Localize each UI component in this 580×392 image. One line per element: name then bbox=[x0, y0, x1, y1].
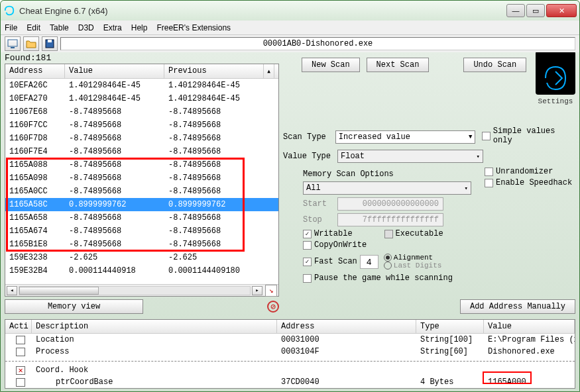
scan-result-row[interactable]: 1165A58C0.89999997620.8999999762 bbox=[5, 198, 278, 211]
address-list-row[interactable]: ✕ Coord. Hook </div> bbox=[5, 364, 575, 376]
menu-table[interactable]: Table bbox=[50, 23, 69, 32]
svg-rect-1 bbox=[11, 47, 15, 48]
settings-label: Settings bbox=[536, 97, 575, 105]
start-address-input[interactable]: 0000000000000000 bbox=[337, 197, 443, 211]
active-checkbox[interactable]: ✕ bbox=[16, 366, 25, 375]
copyonwrite-checkbox[interactable] bbox=[303, 241, 312, 250]
chevron-down-icon: ▾ bbox=[465, 185, 468, 192]
cheat-engine-icon bbox=[539, 62, 572, 95]
scan-results-table: Address Value Previous ▴ 10EFA26C1.40129… bbox=[5, 64, 279, 297]
memory-region-dropdown[interactable]: All ▾ bbox=[303, 181, 471, 195]
value-type-dropdown[interactable]: Float ▾ bbox=[337, 150, 483, 163]
menu-file[interactable]: File bbox=[5, 23, 17, 32]
menu-help[interactable]: Help bbox=[131, 23, 148, 32]
scan-result-row[interactable]: 1165A658-8.74895668-8.74895668 bbox=[5, 211, 278, 224]
active-checkbox[interactable] bbox=[16, 336, 25, 344]
simple-values-label: Simple values only bbox=[493, 126, 575, 145]
address-list-row[interactable]: Location 00031000 String[100] E:\Program… bbox=[5, 334, 575, 346]
new-scan-button[interactable]: New Scan bbox=[302, 58, 360, 72]
fast-scan-label: Fast Scan bbox=[314, 257, 357, 266]
stop-icon[interactable]: ⊘ bbox=[267, 301, 279, 313]
executable-label: Executable bbox=[396, 229, 443, 238]
scan-result-row[interactable]: 159E3238-2.625-2.625 bbox=[5, 251, 278, 264]
scan-result-row[interactable]: 1165A088-8.74895668-8.74895668 bbox=[5, 158, 278, 172]
writable-checkbox[interactable] bbox=[303, 230, 312, 238]
active-checkbox[interactable] bbox=[16, 348, 25, 356]
fast-scan-checkbox[interactable] bbox=[303, 258, 312, 266]
last-digits-radio[interactable] bbox=[384, 262, 392, 270]
scroll-left-icon[interactable]: ◂ bbox=[7, 286, 17, 295]
address-list-row[interactable]: Process 0003104F String[60] Dishonored.e… bbox=[5, 346, 575, 358]
titlebar: Cheat Engine 6.7 (x64) — ▭ ✕ bbox=[1, 1, 579, 21]
active-checkbox[interactable] bbox=[16, 378, 25, 387]
speedhack-checkbox[interactable] bbox=[485, 179, 493, 187]
alignment-radio[interactable] bbox=[384, 254, 392, 262]
executable-checkbox[interactable] bbox=[384, 230, 393, 238]
address-list: Acti Description Address Type Value Loca… bbox=[5, 319, 575, 389]
menu-freeer[interactable]: FreeER's Extensions bbox=[156, 23, 231, 32]
app-icon bbox=[3, 5, 15, 17]
memory-view-button[interactable]: Memory view bbox=[5, 299, 143, 314]
menu-d3d[interactable]: D3D bbox=[78, 23, 94, 32]
alignment-label: Alignment bbox=[394, 254, 433, 262]
col-description[interactable]: Description bbox=[32, 320, 277, 333]
writable-label: Writable bbox=[314, 229, 353, 238]
scan-type-dropdown[interactable]: Increased value ▼ bbox=[335, 130, 475, 144]
add-address-manually-button[interactable]: Add Address Manually bbox=[460, 299, 575, 314]
pause-label: Pause the game while scanning bbox=[314, 273, 453, 283]
scan-result-row[interactable]: 10EFA26C1.401298464E-451.401298464E-45 bbox=[5, 79, 278, 92]
remove-icon[interactable]: ↘ bbox=[265, 285, 277, 297]
scan-result-row[interactable]: 1165A098-8.74895668-8.74895668 bbox=[5, 172, 278, 185]
floppy-icon bbox=[45, 39, 54, 48]
scan-result-row[interactable]: 1160F7D8-8.74895668-8.74895668 bbox=[5, 132, 278, 145]
scan-type-label: Scan Type bbox=[283, 132, 333, 142]
col-value[interactable]: Value bbox=[65, 64, 164, 78]
scan-result-row[interactable]: 159E32B40.0001144409180.0001144409180 bbox=[5, 264, 278, 277]
col-previous[interactable]: Previous bbox=[164, 64, 264, 78]
scan-result-row[interactable]: 1160F7E4-8.74895668-8.74895668 bbox=[5, 145, 278, 158]
scroll-up-icon[interactable]: ▴ bbox=[264, 64, 274, 78]
menubar: File Edit Table D3D Extra Help FreeER's … bbox=[1, 21, 579, 35]
horizontal-scrollbar[interactable]: ◂ ▸ ↘ bbox=[5, 284, 278, 296]
unrandomizer-checkbox[interactable] bbox=[485, 168, 493, 176]
window-title: Cheat Engine 6.7 (x64) bbox=[19, 6, 506, 16]
scan-result-row[interactable]: 11067E68-8.74895668-8.74895668 bbox=[5, 105, 278, 119]
memory-region-value: All bbox=[306, 183, 321, 193]
scan-result-row[interactable]: 1165A0CC-8.74895668-8.74895668 bbox=[5, 185, 278, 198]
copyonwrite-label: CopyOnWrite bbox=[314, 240, 367, 250]
stop-label: Stop bbox=[303, 215, 335, 224]
fast-scan-value[interactable] bbox=[360, 255, 378, 269]
col-address[interactable]: Address bbox=[5, 64, 65, 78]
memory-scan-options-label: Memory Scan Options bbox=[303, 170, 471, 179]
scan-result-row[interactable]: 10EFA2701.401298464E-451.401298464E-45 bbox=[5, 92, 278, 105]
settings-logo[interactable] bbox=[536, 52, 575, 95]
menu-extra[interactable]: Extra bbox=[103, 23, 122, 32]
scan-result-row[interactable]: 1160F7CC-8.74895668-8.74895668 bbox=[5, 119, 278, 132]
scan-result-row[interactable]: 1165B1E8-8.74895668-8.74895668 bbox=[5, 238, 278, 251]
undo-scan-button[interactable]: Undo Scan bbox=[463, 58, 526, 72]
scan-result-row[interactable]: 1165A674-8.74895668-8.74895668 bbox=[5, 224, 278, 238]
simple-values-checkbox[interactable] bbox=[482, 132, 491, 140]
col-address2[interactable]: Address bbox=[277, 320, 416, 333]
scroll-right-icon[interactable]: ▸ bbox=[252, 286, 262, 295]
pause-checkbox[interactable] bbox=[303, 274, 312, 283]
col-active[interactable]: Acti bbox=[5, 320, 32, 333]
minimize-button[interactable]: — bbox=[506, 4, 525, 17]
open-process-button[interactable] bbox=[5, 36, 21, 51]
found-count-label: Found:181 bbox=[5, 53, 51, 63]
next-scan-button[interactable]: Next Scan bbox=[367, 58, 430, 72]
save-button[interactable] bbox=[42, 36, 58, 51]
folder-icon bbox=[26, 39, 36, 48]
maximize-button[interactable]: ▭ bbox=[526, 4, 545, 17]
address-list-row[interactable]: ptrCoordBase 37CD0040 4 Bytes 1165A000 bbox=[5, 376, 575, 388]
value-type-label: Value Type bbox=[283, 152, 335, 161]
open-file-button[interactable] bbox=[23, 36, 39, 51]
col-value2[interactable]: Value bbox=[484, 320, 575, 333]
start-label: Start bbox=[303, 199, 335, 209]
close-button[interactable]: ✕ bbox=[546, 4, 577, 17]
process-name-field[interactable]: 00001AB0-Dishonored.exe bbox=[60, 37, 575, 50]
col-type[interactable]: Type bbox=[416, 320, 484, 333]
stop-address-input[interactable]: 7fffffffffffffff bbox=[337, 213, 443, 226]
speedhack-label: Enable Speedhack bbox=[496, 178, 572, 187]
menu-edit[interactable]: Edit bbox=[27, 23, 40, 32]
